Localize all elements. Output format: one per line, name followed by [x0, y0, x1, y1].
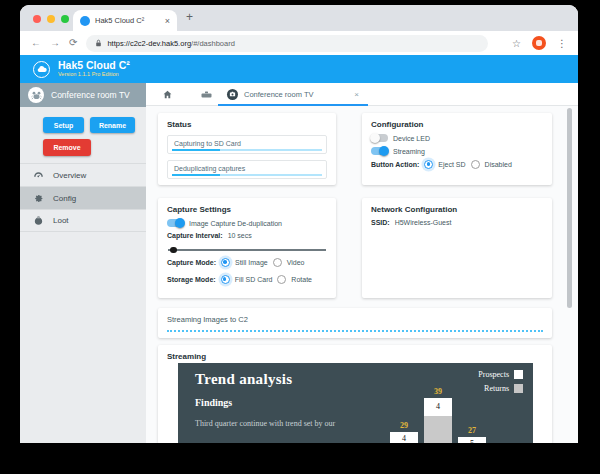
- capture-mode-row: Capture Mode: Still Image Video: [167, 258, 327, 267]
- overview-gauge-icon: [33, 170, 44, 181]
- streaming-row: Streaming: [371, 147, 543, 155]
- sidebar-item-label: Config: [53, 194, 76, 203]
- fill-sd-radio[interactable]: [221, 275, 230, 284]
- storage-mode-row: Storage Mode: Fill SD Card Rotate: [167, 275, 327, 284]
- sidebar-item-config[interactable]: Config: [20, 186, 146, 209]
- rename-button[interactable]: Rename: [90, 117, 135, 133]
- capture-settings-panel: Capture Settings Image Capture De-duplic…: [158, 198, 336, 298]
- toggle-label: Image Capture De-duplication: [189, 220, 282, 227]
- dedup-toggle[interactable]: [167, 219, 184, 227]
- eject-sd-radio[interactable]: [424, 160, 433, 169]
- bar-top-label: 29: [390, 421, 418, 430]
- rotate-radio[interactable]: [277, 275, 286, 284]
- capture-interval-row: Capture Interval: 10 secs: [167, 232, 327, 239]
- sidebar-item-overview[interactable]: Overview: [20, 163, 146, 186]
- streaming-toggle[interactable]: [371, 147, 388, 155]
- browser-menu-icon[interactable]: ⋮: [557, 38, 567, 49]
- lock-icon: [95, 39, 102, 47]
- slide-subtitle: Findings: [195, 397, 232, 408]
- status-item: Deduplicating captures: [167, 160, 327, 179]
- capture-interval-value: 10 secs: [228, 232, 252, 239]
- bar-value-box: 4: [390, 432, 418, 443]
- slide-body-text: Third quarter continue with trend set by…: [195, 419, 335, 428]
- storage-mode-label: Storage Mode:: [167, 276, 216, 283]
- configuration-panel: Configuration Device LED Streaming Butto…: [362, 113, 552, 185]
- bar-value-box: 4: [424, 398, 452, 416]
- panel-title: Configuration: [371, 120, 543, 129]
- device-tab-active[interactable]: Conference room TV ×: [218, 83, 368, 105]
- config-content: Status Capturing to SD Card Deduplicatin…: [146, 106, 578, 443]
- status-panel: Status Capturing to SD Card Deduplicatin…: [158, 113, 336, 185]
- legend-swatch-prospects: [514, 370, 523, 379]
- legend-label: Prospects: [478, 370, 509, 379]
- app-version: Version 1.1.1 Pro Edition: [58, 71, 130, 78]
- status-item: Capturing to SD Card: [167, 135, 327, 154]
- device-tab-bar: Conference room TV ×: [146, 83, 578, 106]
- panel-title: Status: [167, 120, 327, 129]
- browser-toolbar: ← → ⟳ https://c2c2-dev.hak5.org/#/dashbo…: [20, 31, 578, 55]
- app-header: Hak5 Cloud C² Version 1.1.1 Pro Edition: [20, 55, 578, 83]
- loot-sack-icon: [33, 215, 44, 226]
- panel-title: Streaming: [167, 352, 543, 361]
- camera-device-icon: [227, 89, 238, 100]
- close-window-button[interactable]: [33, 15, 41, 23]
- minimize-window-button[interactable]: [47, 15, 55, 23]
- streaming-banner-panel: Streaming Images to C2: [158, 308, 552, 338]
- toggle-label: Device LED: [393, 135, 430, 142]
- traffic-lights: [33, 15, 69, 23]
- legend-swatch-returns: [514, 384, 523, 393]
- capture-interval-slider[interactable]: [168, 246, 326, 253]
- device-led-toggle[interactable]: [371, 134, 388, 142]
- app-title-block: Hak5 Cloud C² Version 1.1.1 Pro Edition: [58, 60, 130, 78]
- video-radio[interactable]: [273, 258, 282, 267]
- screencrab-device-icon: [28, 87, 44, 103]
- radio-label: Rotate: [291, 276, 312, 283]
- refresh-icon[interactable]: ⟳: [69, 38, 77, 48]
- still-image-radio[interactable]: [221, 258, 230, 267]
- slide-title: Trend analysis: [195, 371, 292, 388]
- profile-avatar[interactable]: [532, 36, 546, 50]
- browser-tab[interactable]: Hak5 Cloud C² ×: [73, 10, 177, 31]
- hak5-cloud-logo-icon: [33, 61, 50, 78]
- streaming-panel: Streaming Trend analysis Findings Third …: [158, 345, 552, 443]
- sidebar-menu: Overview Config Loot: [20, 163, 146, 232]
- bar-top-label: 27: [458, 426, 486, 435]
- home-icon[interactable]: [162, 89, 173, 100]
- url-path: /#/dashboard: [191, 39, 235, 48]
- remove-button[interactable]: Remove: [43, 139, 91, 156]
- zoom-window-button[interactable]: [61, 15, 69, 23]
- panel-title: Network Configuration: [371, 205, 543, 214]
- back-icon[interactable]: ←: [31, 38, 41, 48]
- address-bar[interactable]: https://c2c2-dev.hak5.org/#/dashboard: [86, 35, 488, 52]
- tab-close-icon[interactable]: ×: [165, 16, 170, 26]
- setup-button[interactable]: Setup: [43, 117, 84, 133]
- config-gear-icon: [33, 193, 44, 204]
- devices-icon[interactable]: [200, 90, 213, 99]
- sidebar-item-label: Loot: [53, 216, 69, 225]
- content-scrollbar[interactable]: [567, 108, 572, 308]
- sidebar: Conference room TV Setup Rename Remove O…: [20, 83, 146, 443]
- device-name: Conference room TV: [51, 90, 130, 100]
- url-text: https://c2c2-dev.hak5.org/#/dashboard: [107, 39, 234, 48]
- capture-interval-label: Capture Interval:: [167, 232, 223, 239]
- new-tab-button[interactable]: +: [186, 10, 193, 24]
- browser-titlebar: Hak5 Cloud C² × +: [20, 5, 578, 31]
- device-tab-close-icon[interactable]: ×: [354, 90, 359, 99]
- network-configuration-panel: Network Configuration SSID: H5Wireless-G…: [362, 198, 552, 298]
- sidebar-item-loot[interactable]: Loot: [20, 209, 146, 232]
- bar-value-box: 5: [458, 437, 486, 443]
- ssid-label: SSID:: [371, 219, 390, 226]
- url-host: https://c2c2-dev.hak5.org: [107, 39, 191, 48]
- radio-label: Disabled: [485, 161, 512, 168]
- status-text: Deduplicating captures: [174, 165, 245, 172]
- bar-returns-segment: [424, 416, 452, 443]
- ssid-value: H5Wireless-Guest: [395, 219, 452, 226]
- forward-icon[interactable]: →: [50, 38, 60, 48]
- status-text: Capturing to SD Card: [174, 140, 241, 147]
- disabled-radio[interactable]: [471, 160, 480, 169]
- browser-window: Hak5 Cloud C² × + ← → ⟳ https://c2c2-dev…: [20, 5, 578, 443]
- bookmark-star-icon[interactable]: ☆: [512, 38, 521, 49]
- slide-legend: Prospects Returns: [478, 370, 523, 398]
- ssid-row: SSID: H5Wireless-Guest: [371, 219, 543, 226]
- slider-knob[interactable]: [170, 247, 177, 254]
